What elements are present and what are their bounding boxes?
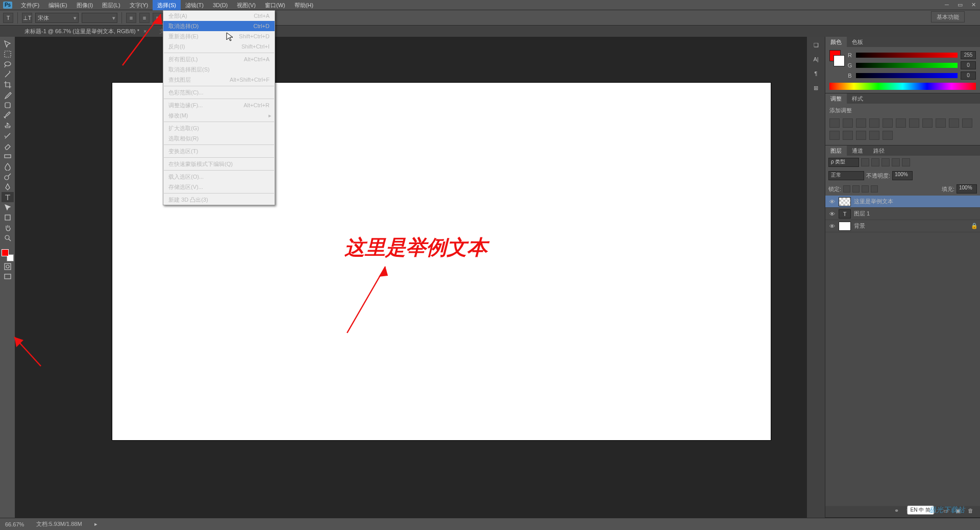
green-value[interactable]: 0 bbox=[961, 61, 976, 69]
vibrance-adjust-icon[interactable] bbox=[883, 118, 893, 128]
visibility-icon[interactable]: 👁 bbox=[828, 223, 836, 229]
menu-窗口[interactable]: 窗口(W) bbox=[260, 0, 290, 10]
text-orientation-icon[interactable]: ⊥T bbox=[22, 13, 32, 23]
menu-item[interactable]: 修改(M)▸ bbox=[163, 110, 275, 121]
blue-slider[interactable] bbox=[856, 73, 958, 78]
menu-图像[interactable]: 图像(I) bbox=[72, 0, 97, 10]
type-tool-icon[interactable] bbox=[2, 192, 14, 202]
layer-name[interactable]: 图层 1 bbox=[854, 210, 977, 218]
eraser-tool-icon[interactable] bbox=[2, 141, 14, 151]
layer-name[interactable]: 背景 bbox=[854, 222, 968, 230]
path-selection-tool-icon[interactable] bbox=[2, 202, 14, 212]
canvas-text-layer[interactable]: 这里是举例文本 bbox=[345, 233, 487, 261]
lasso-tool-icon[interactable] bbox=[2, 59, 14, 69]
levels-adjust-icon[interactable] bbox=[843, 118, 853, 128]
clone-stamp-tool-icon[interactable] bbox=[2, 121, 14, 131]
doc-info[interactable]: 文档:5.93M/1.88M bbox=[36, 520, 82, 528]
menu-item[interactable]: 反向(I)Shift+Ctrl+I bbox=[163, 41, 275, 52]
menu-item[interactable]: 取消选择(D)Ctrl+D bbox=[163, 21, 275, 31]
channelmixer-adjust-icon[interactable] bbox=[949, 118, 959, 128]
align-center-icon[interactable]: ≡ bbox=[139, 13, 150, 23]
hand-tool-icon[interactable] bbox=[2, 223, 14, 233]
tab-close-icon[interactable]: × bbox=[143, 28, 146, 34]
blur-tool-icon[interactable] bbox=[2, 161, 14, 172]
layer-row[interactable]: 👁T图层 1 bbox=[825, 208, 980, 220]
magic-wand-tool-icon[interactable] bbox=[2, 69, 14, 80]
delete-layer-icon[interactable]: 🗑 bbox=[968, 508, 976, 516]
hue-adjust-icon[interactable] bbox=[896, 118, 906, 128]
menu-滤镜[interactable]: 滤镜(T) bbox=[181, 0, 208, 10]
move-tool-icon[interactable] bbox=[2, 39, 14, 49]
filter-pixel-icon[interactable] bbox=[861, 158, 869, 166]
close-button[interactable]: ✕ bbox=[967, 0, 980, 10]
shape-tool-icon[interactable] bbox=[2, 212, 14, 223]
posterize-adjust-icon[interactable] bbox=[843, 131, 853, 140]
foreground-color-swatch[interactable] bbox=[2, 249, 9, 256]
text-tool-preset-icon[interactable]: T bbox=[3, 13, 13, 23]
layer-row[interactable]: 👁这里是举例文本 bbox=[825, 196, 980, 208]
visibility-icon[interactable]: 👁 bbox=[828, 199, 836, 205]
photofilter-adjust-icon[interactable] bbox=[936, 118, 946, 128]
zoom-tool-icon[interactable] bbox=[2, 233, 14, 243]
brush-tool-icon[interactable] bbox=[2, 110, 14, 121]
menu-item[interactable]: 载入选区(O)... bbox=[163, 172, 275, 182]
history-panel-icon[interactable]: ❏ bbox=[809, 39, 823, 51]
menu-帮助[interactable]: 帮助(H) bbox=[290, 0, 318, 10]
tab-color[interactable]: 颜色 bbox=[825, 37, 847, 47]
bw-adjust-icon[interactable] bbox=[922, 118, 933, 128]
layer-thumbnail[interactable] bbox=[839, 197, 851, 206]
lock-all-icon[interactable] bbox=[871, 185, 878, 192]
filter-type-icon[interactable] bbox=[881, 158, 890, 166]
font-family-select[interactable]: 宋体 bbox=[35, 13, 79, 23]
red-value[interactable]: 255 bbox=[961, 51, 976, 59]
pen-tool-icon[interactable] bbox=[2, 182, 14, 192]
foreground-background-colors[interactable] bbox=[2, 249, 14, 261]
red-slider[interactable] bbox=[856, 53, 958, 58]
lock-pixels-icon[interactable] bbox=[852, 185, 860, 192]
invert-adjust-icon[interactable] bbox=[829, 131, 840, 140]
colorbalance-adjust-icon[interactable] bbox=[909, 118, 919, 128]
menu-item[interactable]: 选取相似(R) bbox=[163, 133, 275, 143]
filter-smart-icon[interactable] bbox=[902, 158, 910, 166]
dodge-tool-icon[interactable] bbox=[2, 172, 14, 182]
menu-编辑[interactable]: 编辑(E) bbox=[44, 0, 72, 10]
tab-adjustments[interactable]: 调整 bbox=[825, 93, 847, 104]
color-background-swatch[interactable] bbox=[834, 55, 845, 66]
link-layers-icon[interactable]: ⚭ bbox=[894, 508, 902, 516]
menu-item[interactable]: 全部(A)Ctrl+A bbox=[163, 11, 275, 21]
curves-adjust-icon[interactable] bbox=[856, 118, 866, 128]
lock-position-icon[interactable] bbox=[862, 185, 869, 192]
gradientmap-adjust-icon[interactable] bbox=[869, 131, 879, 140]
menu-视图[interactable]: 视图(V) bbox=[232, 0, 260, 10]
visibility-icon[interactable]: 👁 bbox=[828, 211, 836, 217]
layer-thumbnail[interactable] bbox=[839, 222, 851, 231]
selective-adjust-icon[interactable] bbox=[883, 131, 893, 140]
document-tab[interactable]: 未标题-1 @ 66.7% (这里是举例文本, RGB/8) *× bbox=[18, 26, 153, 37]
workspace-switcher[interactable]: 基本功能 bbox=[931, 11, 965, 22]
exposure-adjust-icon[interactable] bbox=[869, 118, 879, 128]
tab-swatches[interactable]: 色板 bbox=[847, 37, 868, 47]
hue-ramp[interactable] bbox=[829, 83, 976, 90]
blend-mode-select[interactable]: 正常 bbox=[828, 171, 864, 180]
eyedropper-tool-icon[interactable] bbox=[2, 90, 14, 100]
paragraph-panel-icon[interactable]: ¶ bbox=[809, 67, 823, 80]
history-brush-tool-icon[interactable] bbox=[2, 131, 14, 141]
blue-value[interactable]: 0 bbox=[961, 71, 976, 80]
layer-row[interactable]: 👁背景🔒 bbox=[825, 220, 980, 232]
menu-item[interactable]: 变换选区(T) bbox=[163, 146, 275, 156]
tab-channels[interactable]: 通道 bbox=[847, 146, 868, 156]
fill-input[interactable]: 100% bbox=[957, 184, 977, 194]
crop-tool-icon[interactable] bbox=[2, 80, 14, 90]
filter-shape-icon[interactable] bbox=[892, 158, 900, 166]
opacity-input[interactable]: 100% bbox=[892, 171, 913, 180]
tab-styles[interactable]: 样式 bbox=[847, 93, 868, 104]
colorlookup-adjust-icon[interactable] bbox=[962, 118, 972, 128]
brightness-adjust-icon[interactable] bbox=[829, 118, 840, 128]
healing-brush-tool-icon[interactable] bbox=[2, 100, 14, 110]
menu-item[interactable]: 色彩范围(C)... bbox=[163, 87, 275, 98]
tab-layers[interactable]: 图层 bbox=[825, 146, 847, 156]
menu-item[interactable]: 新建 3D 凸出(3) bbox=[163, 195, 275, 205]
screen-mode-icon[interactable] bbox=[2, 272, 14, 282]
menu-item[interactable]: 调整边缘(F)...Alt+Ctrl+R bbox=[163, 100, 275, 110]
layer-filter-select[interactable]: ρ 类型 bbox=[828, 158, 859, 167]
